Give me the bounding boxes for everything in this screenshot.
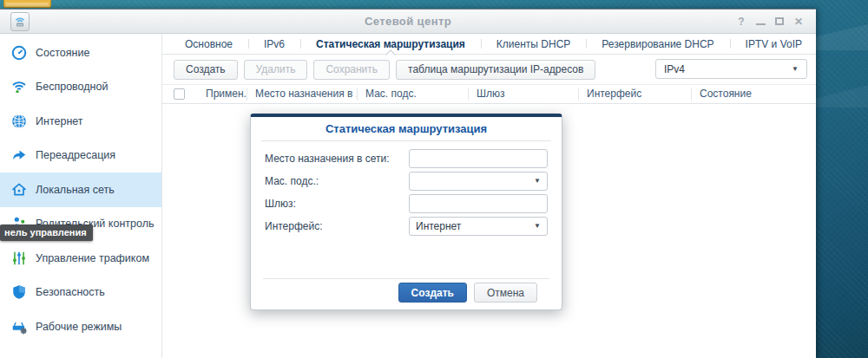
operation-modes-icon [11,319,27,335]
dialog-create-button[interactable]: Создать [398,283,467,303]
tab-general[interactable]: Основное [169,34,248,54]
window-title: Сетевой центр [0,15,816,28]
globe-icon [11,114,27,129]
destination-field[interactable] [409,149,548,168]
tab-label: Основное [185,38,233,50]
tab-ipv6[interactable]: IPv6 [248,34,300,54]
forward-arrow-icon [11,147,27,163]
tab-iptv-voip[interactable]: IPTV и VoIP [730,34,818,54]
home-network-icon [11,182,27,198]
subnet-mask-select[interactable]: ▼ [409,172,548,191]
routing-table-button[interactable]: таблица маршрутизации IP-адресов [396,60,595,80]
wifi-icon [11,79,27,94]
tab-label: IPv6 [264,38,285,50]
sidebar: Состояние Беспроводной Интернет Переадре… [0,34,162,358]
gauge-icon [11,45,27,61]
interface-label: Интерфейс: [265,220,409,232]
tab-static-routing[interactable]: Статическая маршрутизация [300,34,481,54]
form-row: Интерфейс: Интернет ▼ [265,217,548,236]
tab-label: Клиенты DHCP [496,38,570,50]
desktop-folder-icon[interactable] [3,0,51,8]
dialog-cancel-button[interactable]: Отмена [474,283,537,303]
sidebar-item-label: Локальная сеть [36,184,115,196]
sidebar-item-label: Интернет [36,115,83,127]
tab-label: IPTV и VoIP [746,38,802,50]
select-all-checkbox[interactable] [174,88,185,100]
close-icon[interactable] [793,16,804,27]
form-row: Место назначения в сети: [265,149,548,168]
ip-version-dropdown[interactable]: IPv4 ▼ [655,59,807,79]
router-wifi-icon [10,12,30,31]
chevron-down-icon: ▼ [792,66,799,73]
network-center-window: Сетевой центр Состояние Беспроводной [0,9,816,358]
subnet-mask-label: Мас. подс.: [265,175,409,187]
ip-version-value: IPv4 [664,63,685,75]
sidebar-item-label: Переадресация [36,149,115,161]
gateway-field[interactable] [409,194,548,213]
column-header-destination[interactable]: Место назначения в ... [247,88,358,101]
window-controls [736,16,804,27]
sidebar-item-wireless[interactable]: Беспроводной [0,70,161,105]
dialog-body: Место назначения в сети: Мас. подс.: ▼ Ш… [251,141,562,236]
traffic-sliders-icon [11,251,27,266]
minimize-icon[interactable] [756,18,766,25]
table-header: Примен... Место назначения в ... Мас. по… [162,84,816,104]
delete-button[interactable]: Удалить [244,60,308,80]
chevron-down-icon: ▼ [534,223,541,230]
tab-dhcp-clients[interactable]: Клиенты DHCP [481,34,586,54]
destination-label: Место назначения в сети: [265,153,409,165]
sidebar-item-label: Рабочие режимы [36,321,122,333]
sidebar-item-security[interactable]: Безопасность [0,276,161,310]
shield-icon [11,284,27,300]
column-header-status[interactable]: Состояние [692,88,816,101]
column-header-interface[interactable]: Интерфейс [579,88,692,101]
sidebar-item-traffic-control[interactable]: Управление трафиком [0,241,161,276]
sidebar-item-label: Управление трафиком [36,252,149,264]
sidebar-item-label: Состояние [36,47,89,59]
interface-value: Интернет [416,220,461,232]
dialog-footer: Создать Отмена [263,278,549,309]
sidebar-item-local-network[interactable]: Локальная сеть [0,172,161,207]
sidebar-item-port-forwarding[interactable]: Переадресация [0,139,161,173]
column-header-subnet-mask[interactable]: Мас. подс. [358,88,469,101]
interface-select[interactable]: Интернет ▼ [409,217,548,236]
column-header-gateway[interactable]: Шлюз [469,88,579,101]
sidebar-item-status[interactable]: Состояние [0,36,161,70]
gateway-label: Шлюз: [265,198,409,210]
static-routing-dialog: Статическая маршрутизация Место назначен… [250,114,562,310]
tab-label: Резервирование DHCP [602,38,713,50]
sidebar-item-operation-modes[interactable]: Рабочие режимы [0,309,161,344]
dialog-title: Статическая маршрутизация [261,117,551,141]
column-header-applied[interactable]: Примен... [198,88,247,101]
select-all-cell [162,88,198,101]
save-button[interactable]: Сохранить [313,60,390,80]
window-titlebar: Сетевой центр [0,10,816,34]
toolbar: Создать Удалить Сохранить таблица маршру… [162,55,816,84]
form-row: Мас. подс.: ▼ [265,172,548,191]
tab-bar: Основное IPv6 Статическая маршрутизация … [162,34,816,55]
create-button[interactable]: Создать [174,60,238,80]
desktop-highlight [807,85,868,107]
sidebar-item-label: Беспроводной [36,81,108,93]
control-panel-tooltip: нель управления [0,225,93,241]
chevron-down-icon: ▼ [534,178,541,185]
maximize-icon[interactable] [775,17,784,25]
sidebar-item-label: Безопасность [36,286,105,298]
tab-label: Статическая маршрутизация [316,38,465,50]
form-row: Шлюз: [265,194,548,213]
sidebar-item-internet[interactable]: Интернет [0,104,161,139]
tab-dhcp-reservation[interactable]: Резервирование DHCP [586,34,729,54]
help-icon[interactable] [736,16,746,27]
